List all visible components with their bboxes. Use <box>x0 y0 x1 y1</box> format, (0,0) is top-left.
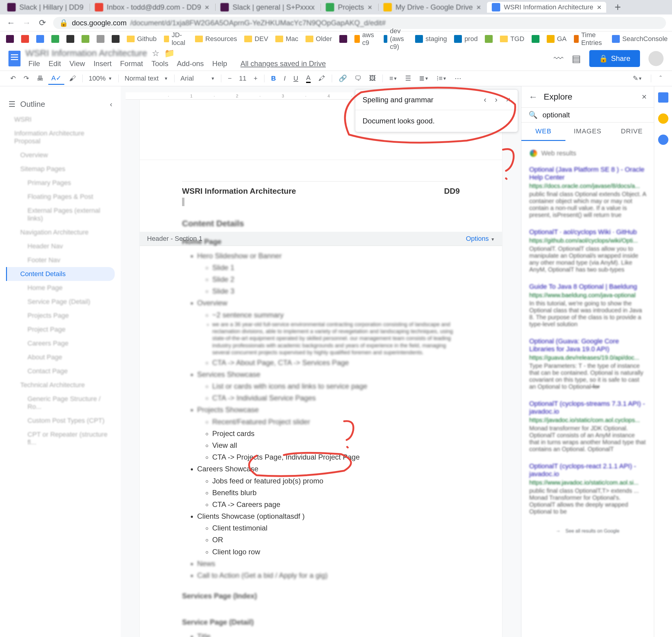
move-folder-icon[interactable]: 📁 <box>164 48 175 58</box>
outline-item[interactable]: Home Page <box>6 281 115 295</box>
browser-tab[interactable]: Inbox - todd@dd9.com - DD9× <box>90 2 214 13</box>
redo-button[interactable]: ↷ <box>20 73 32 84</box>
link-button[interactable]: 🔗 <box>336 73 350 84</box>
outline-item[interactable]: Floating Pages & Post <box>6 190 115 204</box>
outline-item[interactable]: Overview <box>6 148 115 162</box>
bookmark-item[interactable]: GA <box>547 35 567 43</box>
bookmark-item[interactable]: Github <box>127 35 157 43</box>
bookmark-item[interactable]: DEV <box>244 35 268 43</box>
menu-add-ons[interactable]: Add-ons <box>174 58 207 69</box>
zoom-select[interactable]: 100%▼ <box>86 73 115 84</box>
close-button[interactable]: × <box>506 95 511 104</box>
spellcheck-button[interactable]: A✓ <box>48 72 64 85</box>
bookmark-item[interactable] <box>339 35 347 43</box>
bookmark-item[interactable] <box>485 35 493 43</box>
font-size-decrease[interactable]: − <box>225 73 235 84</box>
menu-tools[interactable]: Tools <box>148 58 172 69</box>
line-spacing-button[interactable]: ☰ <box>402 73 414 84</box>
document-page[interactable]: WSRI Information Architecture DD9 Header… <box>140 99 502 637</box>
bookmark-item[interactable]: SearchConsole <box>612 35 668 43</box>
paint-format-button[interactable]: 🖌 <box>66 73 79 84</box>
browser-tab[interactable]: Slack | general | S+Pxxxx <box>215 2 319 13</box>
close-icon[interactable]: × <box>205 3 209 12</box>
align-button[interactable]: ≡ ▼ <box>386 73 401 84</box>
bookmark-item[interactable]: Mac <box>275 35 298 43</box>
document-title[interactable]: WSRI Information Architecture <box>25 48 147 58</box>
search-result[interactable]: Optional (Java Platform SE 8 ) - Oracle … <box>526 161 649 223</box>
collapse-outline-icon[interactable]: ‹ <box>110 100 112 109</box>
browser-tab[interactable]: Projects× <box>321 2 377 13</box>
highlight-button[interactable]: 🖍 <box>316 73 328 84</box>
bold-button[interactable]: B <box>268 73 279 84</box>
text-color-button[interactable]: A <box>303 72 314 85</box>
prev-button[interactable]: ‹ <box>484 95 487 104</box>
bookmark-item[interactable] <box>51 35 59 43</box>
editing-mode-button[interactable]: ✎ ▼ <box>630 73 646 84</box>
bookmark-item[interactable] <box>6 35 14 43</box>
outline-item[interactable]: Sitemap Pages <box>6 162 115 176</box>
bookmark-item[interactable]: TGD <box>500 35 524 43</box>
bookmark-item[interactable]: staging <box>415 35 447 43</box>
font-select[interactable]: Arial▼ <box>178 73 217 84</box>
outline-item[interactable]: Contact Page <box>6 364 115 378</box>
outline-item[interactable]: Service Page (Detail) <box>6 295 115 309</box>
outline-item[interactable]: External Pages (external links) <box>6 204 115 225</box>
undo-button[interactable]: ↶ <box>7 73 19 84</box>
outline-item[interactable]: Project Page <box>6 323 115 336</box>
tab-web[interactable]: WEB <box>521 123 565 141</box>
style-select[interactable]: Normal text▼ <box>122 73 171 84</box>
close-icon[interactable]: × <box>597 3 601 12</box>
bookmark-item[interactable]: Time Entries <box>574 31 605 47</box>
close-icon[interactable]: × <box>368 3 372 12</box>
image-button[interactable]: 🖼 <box>366 73 379 84</box>
bookmark-item[interactable]: Older <box>305 35 332 43</box>
menu-view[interactable]: View <box>66 58 88 69</box>
user-avatar[interactable] <box>649 51 664 66</box>
comments-icon[interactable]: ▤ <box>572 53 581 64</box>
outline-item[interactable]: Content Details <box>6 267 115 281</box>
document-canvas[interactable]: ·1·2·3·4·5·6·7 WSRI Information Architec… <box>121 86 521 637</box>
trending-icon[interactable]: 〰 <box>554 53 563 64</box>
outline-item[interactable]: Technical Architecture <box>6 378 115 392</box>
collapse-toolbar-button[interactable]: ˆ <box>657 73 665 84</box>
search-result[interactable]: OptionalT (cyclops-streams 7.3.1 API) - … <box>526 395 649 457</box>
font-size-increase[interactable]: + <box>251 73 261 84</box>
outline-item[interactable]: Footer Nav <box>6 253 115 267</box>
outline-item[interactable]: Header Nav <box>6 239 115 253</box>
bookmark-item[interactable] <box>82 35 89 43</box>
italic-button[interactable]: I <box>281 73 288 84</box>
underline-button[interactable]: U <box>290 73 301 84</box>
bookmark-item[interactable]: JD-local <box>164 31 188 47</box>
outline-item[interactable]: Generic Page Structure / Ro... <box>6 392 115 414</box>
back-icon[interactable]: ← <box>529 92 538 102</box>
docs-logo-icon[interactable] <box>8 51 20 67</box>
options-dropdown[interactable]: Options ▼ <box>466 235 495 242</box>
bookmark-item[interactable] <box>36 35 44 43</box>
bookmark-item[interactable] <box>532 35 540 43</box>
bookmark-item[interactable] <box>96 35 104 43</box>
search-result[interactable]: Optional (Guava: Google Core Libraries f… <box>526 332 649 395</box>
new-tab-button[interactable]: + <box>612 2 623 13</box>
menu-insert[interactable]: Insert <box>91 58 115 69</box>
numbered-list-button[interactable]: ≣ ▼ <box>416 73 432 84</box>
outline-item[interactable]: About Page <box>6 350 115 364</box>
menu-format[interactable]: Format <box>117 58 146 69</box>
bookmark-item[interactable]: aws c9 <box>354 31 376 47</box>
outline-item[interactable]: Primary Pages <box>6 176 115 190</box>
bookmark-item[interactable] <box>112 35 120 43</box>
star-icon[interactable]: ☆ <box>152 48 159 58</box>
close-icon[interactable]: × <box>476 3 481 12</box>
bookmark-item[interactable]: Resources <box>195 35 237 43</box>
menu-file[interactable]: File <box>25 58 43 69</box>
bookmark-item[interactable] <box>21 35 29 43</box>
outline-item[interactable]: Custom Post Types (CPT) <box>6 414 115 427</box>
outline-item[interactable]: Projects Page <box>6 309 115 323</box>
close-explore-button[interactable]: × <box>642 92 647 102</box>
reload-button[interactable]: ⟳ <box>37 18 47 28</box>
comment-button[interactable]: 🗨 <box>352 73 365 84</box>
menu-help[interactable]: Help <box>209 58 230 69</box>
bookmark-item[interactable] <box>66 35 74 43</box>
more-button[interactable]: ⋯ <box>452 73 464 84</box>
tasks-icon[interactable] <box>658 134 668 145</box>
browser-tab-active[interactable]: WSRI Information Architecture× <box>487 2 606 13</box>
